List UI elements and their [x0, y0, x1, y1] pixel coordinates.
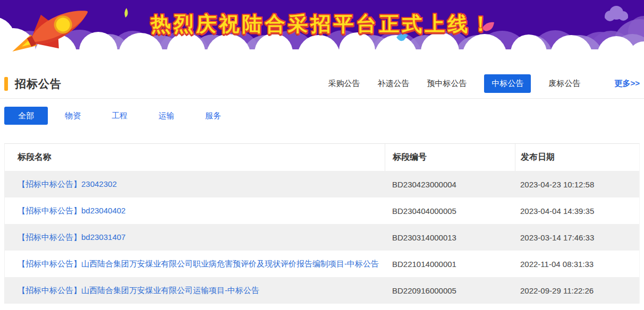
column-header-section-code: 标段编号: [385, 144, 515, 171]
column-header-section-name: 标段名称: [5, 144, 385, 171]
row-publish-date: 2023-04-04 14:39:35: [515, 197, 637, 224]
row-section-code: BD221014000001: [385, 251, 515, 277]
announcement-tabs: 采购公告 补遗公告 预中标公告 中标公告 废标公告: [328, 74, 580, 93]
row-publish-date: 2022-09-29 11:22:26: [515, 277, 637, 304]
table-row: 【招标中标公告】bd23031407 BD230314000013 2023-0…: [5, 224, 639, 251]
announcement-link[interactable]: 【招标中标公告】bd23031407: [18, 232, 125, 243]
row-section-code: BD220916000005: [385, 277, 515, 304]
announcement-link[interactable]: 【招标中标公告】bd23040402: [18, 206, 125, 216]
section-divider: [0, 98, 644, 99]
announcement-link[interactable]: 【招标中标公告】山西陆合集团万安煤业有限公司运输项目-中标公告: [18, 286, 259, 296]
category-filters: 全部 物资 工程 运输 服务: [4, 107, 640, 125]
tab-cancelled-bid-announcement[interactable]: 废标公告: [548, 74, 580, 93]
page: 热烈庆祝陆合采招平台正式上线！ 招标公告 采购公告 补遗公告 预中标公告 中标公…: [0, 0, 644, 310]
column-header-publish-date: 发布日期: [515, 144, 637, 171]
announcement-link[interactable]: 【招标中标公告】23042302: [18, 179, 117, 190]
tab-purchase-announcement[interactable]: 采购公告: [328, 74, 360, 93]
row-publish-date: 2023-03-14 17:46:33: [515, 224, 637, 251]
table-row: 【招标中标公告】23042302 BD230423000004 2023-04-…: [5, 171, 639, 197]
row-section-code: BD230404000005: [385, 197, 515, 224]
tab-award-announcement[interactable]: 中标公告: [484, 74, 531, 93]
section-title: 招标公告: [15, 76, 62, 91]
table-row: 【招标中标公告】山西陆合集团万安煤业有限公司运输项目-中标公告 BD220916…: [5, 277, 639, 304]
filter-services[interactable]: 服务: [191, 111, 235, 121]
announcement-link[interactable]: 【招标中标公告】山西陆合集团万安煤业有限公司职业病危害预评价及现状评价报告编制项…: [18, 259, 379, 269]
announcement-table: 标段名称 标段编号 发布日期 【招标中标公告】23042302 BD230423…: [4, 143, 640, 304]
section-accent-bar: [4, 77, 8, 91]
promo-banner: 热烈庆祝陆合采招平台正式上线！: [0, 0, 644, 56]
filter-transport[interactable]: 运输: [145, 111, 188, 121]
row-section-code: BD230423000004: [385, 171, 515, 197]
row-publish-date: 2022-11-04 08:31:33: [515, 251, 637, 277]
confetti-yellow: [124, 8, 128, 18]
filter-engineering[interactable]: 工程: [98, 111, 141, 121]
small-cloud-icon: [605, 6, 628, 21]
more-link[interactable]: 更多>>: [614, 79, 640, 89]
table-header-row: 标段名称 标段编号 发布日期: [5, 144, 639, 171]
section-header: 招标公告 采购公告 补遗公告 预中标公告 中标公告 废标公告 更多>>: [4, 74, 640, 93]
table-row: 【招标中标公告】bd23040402 BD230404000005 2023-0…: [5, 197, 639, 224]
row-section-code: BD230314000013: [385, 224, 515, 251]
filter-materials[interactable]: 物资: [51, 111, 95, 121]
row-publish-date: 2023-04-23 10:12:58: [515, 171, 637, 197]
tab-pre-award-announcement[interactable]: 预中标公告: [427, 74, 467, 93]
filter-all[interactable]: 全部: [4, 107, 48, 125]
table-row: 【招标中标公告】山西陆合集团万安煤业有限公司职业病危害预评价及现状评价报告编制项…: [5, 251, 639, 277]
tab-addendum-announcement[interactable]: 补遗公告: [377, 74, 409, 93]
banner-title: 热烈庆祝陆合采招平台正式上线！: [151, 11, 494, 38]
